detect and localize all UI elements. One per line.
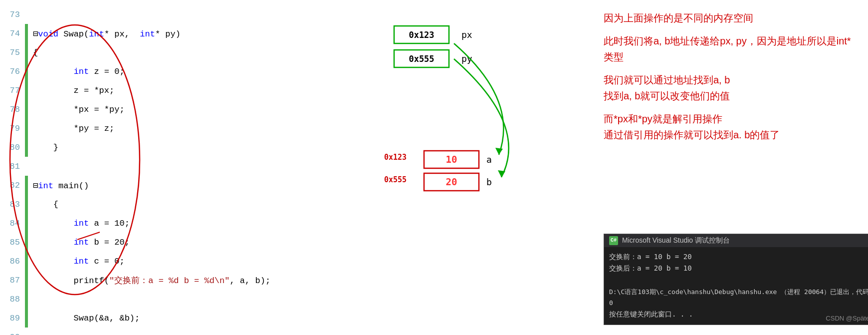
green-bar	[25, 5, 28, 24]
svg-text:0x555: 0x555	[384, 175, 407, 184]
line-number: 81	[0, 162, 25, 171]
line-number: 77	[0, 86, 25, 95]
text-panel: 因为上面操作的是不同的内存空间 此时我们将a, b地址传递给px, py，因为是…	[589, 0, 868, 335]
code-content: int a = 10;	[28, 219, 130, 228]
green-bar	[25, 157, 28, 176]
code-line-90: 90	[0, 328, 379, 335]
line-number: 86	[0, 257, 25, 266]
code-line-78: 78 *px = *py;	[0, 100, 379, 119]
green-bar	[25, 328, 28, 335]
svg-marker-8	[495, 148, 503, 155]
code-line-81: 81	[0, 157, 379, 176]
svg-text:a: a	[486, 154, 492, 165]
code-line-83: 83 {	[0, 195, 379, 214]
code-content: int c = 0;	[28, 257, 125, 266]
line-number: 88	[0, 295, 25, 304]
line-number: 79	[0, 124, 25, 133]
code-line-82: 82⊟int main()	[0, 176, 379, 195]
line-number: 78	[0, 105, 25, 114]
code-content: int b = 20;	[28, 238, 130, 247]
code-content: *px = *py;	[28, 105, 125, 114]
code-line-85: 85 int b = 20;	[0, 233, 379, 252]
code-line-75: 75{	[0, 43, 379, 62]
console-window: C# Microsoft Visual Studio 调试控制台 交换前：a =…	[604, 234, 868, 325]
code-content: ⊟void Swap(int* px, int* py)	[28, 28, 181, 39]
code-content: Swap(&a, &b);	[28, 314, 140, 323]
line-number: 80	[0, 143, 25, 152]
svg-marker-9	[498, 170, 505, 177]
code-line-79: 79 *py = z;	[0, 119, 379, 138]
code-content: {	[28, 48, 38, 57]
code-line-86: 86 int c = 0;	[0, 252, 379, 271]
code-content: {	[28, 200, 58, 209]
annotations-svg: 0x123 px 0x555 py 0x123 10 a 0x555 20 b	[379, 0, 589, 335]
console-line-1: 交换前：a = 10 b = 20	[609, 251, 868, 263]
text-para-4: 而*px和*py就是解引用操作 通过借引用的操作就可以找到a. b的值了	[604, 111, 858, 143]
line-number: 85	[0, 238, 25, 247]
line-number: 75	[0, 48, 25, 57]
svg-text:0x555: 0x555	[409, 54, 434, 64]
line-number: 87	[0, 276, 25, 285]
code-line-84: 84 int a = 10;	[0, 214, 379, 233]
line-number: 74	[0, 29, 25, 38]
console-line-3	[609, 275, 868, 287]
console-titlebar: C# Microsoft Visual Studio 调试控制台	[604, 234, 868, 247]
annotations-panel: 0x123 px 0x555 py 0x123 10 a 0x555 20 b	[379, 0, 589, 335]
code-line-88: 88	[0, 290, 379, 309]
line-number: 82	[0, 181, 25, 190]
code-panel: 7374⊟void Swap(int* px, int* py)75{76 in…	[0, 0, 379, 335]
code-line-87: 87 printf("交换前：a = %d b = %d\n", a, b);	[0, 271, 379, 290]
code-content: int z = 0;	[28, 67, 125, 76]
line-number: 76	[0, 67, 25, 76]
console-line-2: 交换后：a = 20 b = 10	[609, 263, 868, 275]
console-icon: C#	[609, 236, 618, 245]
code-content: *py = z;	[28, 124, 114, 133]
console-title: Microsoft Visual Studio 调试控制台	[622, 236, 730, 245]
line-number: 73	[0, 10, 25, 19]
line-number: 84	[0, 219, 25, 228]
console-body: 交换前：a = 10 b = 20 交换后：a = 20 b = 10 D:\C…	[604, 247, 868, 325]
green-bar	[25, 290, 28, 309]
code-content: z = *px;	[28, 86, 114, 95]
text-para-1: 因为上面操作的是不同的内存空间	[604, 10, 858, 26]
code-line-77: 77 z = *px;	[0, 81, 379, 100]
line-number: 89	[0, 314, 25, 323]
code-content: }	[28, 143, 58, 152]
code-line-74: 74⊟void Swap(int* px, int* py)	[0, 24, 379, 43]
svg-text:20: 20	[446, 176, 457, 187]
code-line-89: 89 Swap(&a, &b);	[0, 309, 379, 328]
code-line-76: 76 int z = 0;	[0, 62, 379, 81]
svg-text:px: px	[461, 29, 472, 40]
code-line-73: 73	[0, 5, 379, 24]
line-number: 83	[0, 200, 25, 209]
text-para-3: 我们就可以通过地址找到a, b 找到a, b就可以改变他们的值	[604, 72, 858, 104]
svg-text:0x123: 0x123	[384, 153, 407, 162]
svg-text:0x123: 0x123	[409, 30, 434, 40]
console-line-4: D:\C语言103期\c_code\hanshu\Debug\hanshu.ex…	[609, 287, 868, 309]
text-para-2: 此时我们将a, b地址传递给px, py，因为是地址所以是int*类型	[604, 33, 858, 65]
svg-text:10: 10	[446, 154, 457, 165]
code-content: printf("交换前：a = %d b = %d\n", a, b);	[28, 275, 270, 286]
svg-text:b: b	[486, 177, 492, 187]
code-content: ⊟int main()	[28, 180, 89, 191]
code-line-80: 80 }	[0, 138, 379, 157]
line-number: 90	[0, 333, 25, 335]
csdn-watermark: CSDN @Später321	[826, 315, 868, 322]
